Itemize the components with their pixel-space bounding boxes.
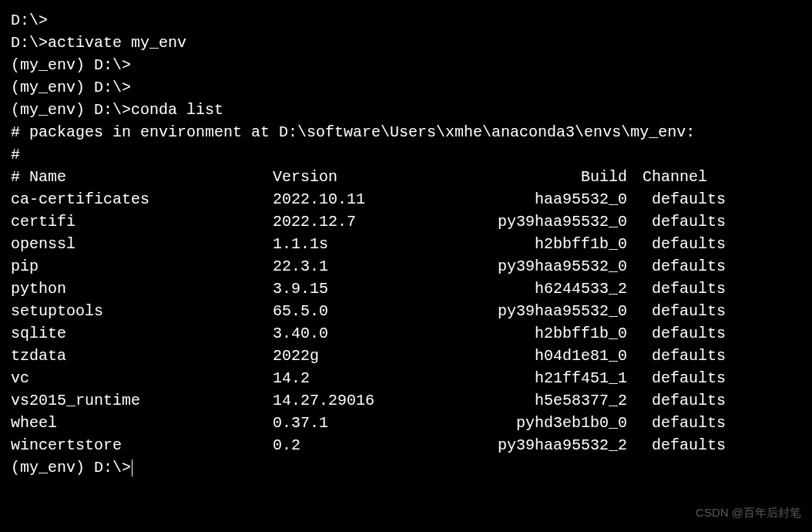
package-name: vs2015_runtime <box>11 389 273 412</box>
package-channel: defaults <box>627 367 726 389</box>
comment-line: # <box>11 143 801 166</box>
command-line-conda-list: (my_env) D:\>conda list <box>11 99 801 121</box>
package-build: py39haa95532_0 <box>458 300 627 322</box>
package-build: pyhd3eb1b0_0 <box>458 412 627 434</box>
package-channel: defaults <box>627 300 726 322</box>
package-channel: defaults <box>627 322 726 345</box>
package-channel: defaults <box>627 412 726 434</box>
package-channel: defaults <box>627 345 726 367</box>
package-build: h04d1e81_0 <box>458 345 627 367</box>
package-row: vs2015_runtime14.27.29016h5e58377_2defau… <box>11 389 801 412</box>
package-version: 2022.10.11 <box>273 188 458 210</box>
package-row: pip22.3.1py39haa95532_0defaults <box>11 255 801 278</box>
package-row: ca-certificates2022.10.11haa95532_0defau… <box>11 188 801 210</box>
header-build: Build <box>458 166 627 188</box>
package-name: ca-certificates <box>11 188 273 210</box>
prompt-line: D:\> <box>11 9 801 32</box>
package-version: 65.5.0 <box>273 300 458 322</box>
package-name: wincertstore <box>11 434 273 456</box>
package-name: tzdata <box>11 345 273 367</box>
package-build: py39haa95532_2 <box>458 434 627 456</box>
package-build: h2bbff1b_0 <box>458 322 627 345</box>
package-version: 2022.12.7 <box>273 210 458 233</box>
current-prompt-line[interactable]: (my_env) D:\> <box>11 456 801 479</box>
package-build: h21ff451_1 <box>458 367 627 389</box>
package-name: openssl <box>11 233 273 255</box>
package-row: openssl1.1.1sh2bbff1b_0defaults <box>11 233 801 255</box>
package-name: wheel <box>11 412 273 434</box>
package-version: 3.9.15 <box>273 278 458 300</box>
text-cursor <box>132 460 133 476</box>
package-channel: defaults <box>627 233 726 255</box>
package-build: h6244533_2 <box>458 278 627 300</box>
package-version: 22.3.1 <box>273 255 458 278</box>
package-row: wincertstore0.2py39haa95532_2defaults <box>11 434 801 456</box>
prompt-line-env: (my_env) D:\> <box>11 76 801 99</box>
package-row: python3.9.15h6244533_2defaults <box>11 278 801 300</box>
package-channel: defaults <box>627 278 726 300</box>
package-name: pip <box>11 255 273 278</box>
package-channel: defaults <box>627 255 726 278</box>
package-row: vc14.2h21ff451_1defaults <box>11 367 801 389</box>
package-list: ca-certificates2022.10.11haa95532_0defau… <box>11 188 801 456</box>
package-version: 0.37.1 <box>273 412 458 434</box>
package-channel: defaults <box>627 434 726 456</box>
header-channel: Channel <box>627 166 707 188</box>
package-row: wheel0.37.1pyhd3eb1b0_0defaults <box>11 412 801 434</box>
package-name: vc <box>11 367 273 389</box>
package-row: certifi2022.12.7py39haa95532_0defaults <box>11 210 801 233</box>
package-version: 1.1.1s <box>273 233 458 255</box>
package-name: sqlite <box>11 322 273 345</box>
watermark: CSDN @百年后封笔 <box>696 504 801 521</box>
package-version: 14.2 <box>273 367 458 389</box>
package-row: setuptools65.5.0py39haa95532_0defaults <box>11 300 801 322</box>
package-list-header: # Name Version Build Channel <box>11 166 801 188</box>
header-version: Version <box>273 166 458 188</box>
command-line-activate: D:\>activate my_env <box>11 32 801 54</box>
package-build: haa95532_0 <box>458 188 627 210</box>
package-name: certifi <box>11 210 273 233</box>
package-build: h2bbff1b_0 <box>458 233 627 255</box>
package-name: python <box>11 278 273 300</box>
package-name: setuptools <box>11 300 273 322</box>
prompt-line-env: (my_env) D:\> <box>11 54 801 76</box>
package-channel: defaults <box>627 389 726 412</box>
package-build: py39haa95532_0 <box>458 210 627 233</box>
package-version: 14.27.29016 <box>273 389 458 412</box>
package-build: py39haa95532_0 <box>458 255 627 278</box>
package-build: h5e58377_2 <box>458 389 627 412</box>
package-channel: defaults <box>627 210 726 233</box>
package-version: 2022g <box>273 345 458 367</box>
prompt-text: (my_env) D:\> <box>11 459 131 476</box>
header-name: # Name <box>11 166 273 188</box>
package-row: tzdata2022gh04d1e81_0defaults <box>11 345 801 367</box>
package-version: 3.40.0 <box>273 322 458 345</box>
env-path-comment: # packages in environment at D:\software… <box>11 121 801 143</box>
package-row: sqlite3.40.0h2bbff1b_0defaults <box>11 322 801 345</box>
package-channel: defaults <box>627 188 726 210</box>
package-version: 0.2 <box>273 434 458 456</box>
terminal-output[interactable]: D:\> D:\>activate my_env (my_env) D:\> (… <box>11 9 801 479</box>
